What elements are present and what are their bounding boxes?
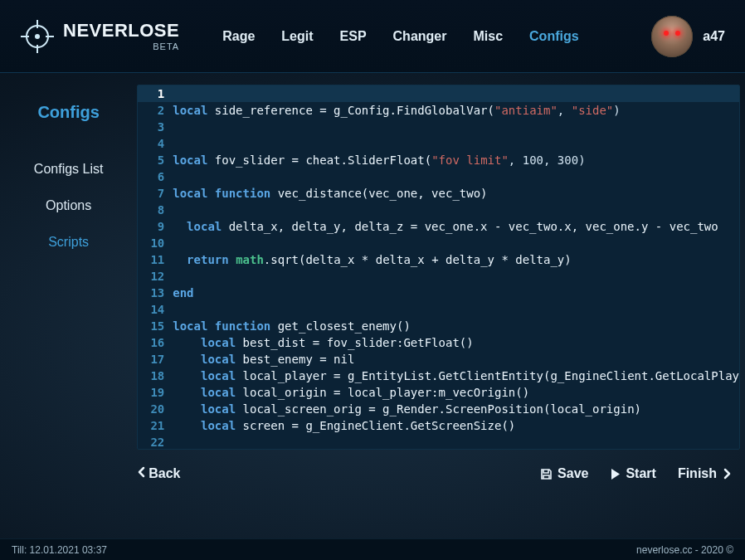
nav-item-changer[interactable]: Changer — [390, 24, 450, 49]
code-content: local best_enemy = nil — [173, 351, 739, 368]
line-number: 20 — [138, 401, 173, 417]
code-line[interactable]: 9 local delta_x, delta_y, delta_z = vec_… — [138, 218, 739, 235]
crosshair-icon — [20, 19, 55, 54]
line-number: 10 — [138, 235, 173, 251]
code-line[interactable]: 16 local best_dist = fov_slider:GetFloat… — [138, 334, 739, 351]
code-line[interactable]: 7local function vec_distance(vec_one, ve… — [138, 185, 739, 202]
header: NEVERLOSE BETA RageLegitESPChangerMiscCo… — [0, 0, 745, 73]
code-line[interactable]: 22 — [138, 434, 739, 450]
code-line[interactable]: 5local fov_slider = cheat.SliderFloat("f… — [138, 152, 739, 168]
finish-label: Finish — [678, 466, 717, 481]
brand-name: NEVERLOSE — [63, 22, 179, 40]
code-line[interactable]: 21 local screen = g_EngineClient.GetScre… — [138, 417, 739, 434]
code-editor[interactable]: 12local side_reference = g_Config.FindGl… — [137, 85, 740, 450]
nav-item-esp[interactable]: ESP — [337, 24, 370, 49]
code-content: local local_player = g_EntityList.GetCli… — [173, 368, 739, 384]
sidebar-item-options[interactable]: Options — [44, 195, 93, 217]
logo: NEVERLOSE BETA — [20, 19, 179, 54]
brand-sub: BETA — [153, 42, 179, 51]
code-content: local screen = g_EngineClient.GetScreenS… — [173, 417, 739, 434]
main: 12local side_reference = g_Config.FindGl… — [137, 85, 740, 538]
nav-item-legit[interactable]: Legit — [278, 24, 316, 49]
finish-button[interactable]: Finish — [678, 466, 732, 481]
code-content — [173, 168, 739, 185]
save-button[interactable]: Save — [540, 466, 588, 481]
code-line[interactable]: 18 local local_player = g_EntityList.Get… — [138, 368, 739, 384]
code-line[interactable]: 4 — [138, 135, 739, 152]
code-content — [173, 85, 739, 102]
code-line[interactable]: 19 local local_origin = local_player:m_v… — [138, 384, 739, 401]
line-number: 9 — [138, 218, 173, 235]
line-number: 7 — [138, 185, 173, 202]
code-content — [173, 434, 739, 450]
line-number: 8 — [138, 202, 173, 218]
nav-item-misc[interactable]: Misc — [470, 24, 506, 49]
line-number: 18 — [138, 368, 173, 384]
user-block[interactable]: a47 — [651, 16, 725, 57]
line-number: 16 — [138, 334, 173, 351]
code-content — [173, 135, 739, 152]
chevron-right-icon — [722, 468, 732, 480]
code-content: local local_screen_orig = g_Render.Scree… — [173, 401, 739, 417]
line-number: 15 — [138, 318, 173, 334]
nav-item-configs[interactable]: Configs — [526, 24, 582, 49]
code-content: local best_dist = fov_slider:GetFloat() — [173, 334, 739, 351]
play-icon — [610, 468, 621, 480]
code-content: local fov_slider = cheat.SliderFloat("fo… — [173, 152, 739, 168]
code-line[interactable]: 10 — [138, 235, 739, 251]
code-line[interactable]: 20 local local_screen_orig = g_Render.Sc… — [138, 401, 739, 417]
footer-left: Till: 12.01.2021 03:37 — [12, 544, 107, 556]
line-number: 6 — [138, 168, 173, 185]
code-line[interactable]: 1 — [138, 85, 739, 102]
line-number: 4 — [138, 135, 173, 152]
line-number: 11 — [138, 251, 173, 268]
code-line[interactable]: 2local side_reference = g_Config.FindGlo… — [138, 102, 739, 119]
line-number: 21 — [138, 417, 173, 434]
line-number: 19 — [138, 384, 173, 401]
code-line[interactable]: 13end — [138, 285, 739, 301]
back-button[interactable]: Back — [137, 466, 180, 481]
line-number: 12 — [138, 268, 173, 285]
code-content: local function get_closest_enemy() — [173, 318, 739, 334]
code-content — [173, 268, 739, 285]
sidebar-item-scripts[interactable]: Scripts — [46, 231, 90, 253]
nav: RageLegitESPChangerMiscConfigs — [219, 24, 651, 49]
line-number: 13 — [138, 285, 173, 301]
action-bar: Back Save Start Finish — [137, 466, 740, 481]
code-line[interactable]: 14 — [138, 301, 739, 318]
username: a47 — [703, 29, 725, 44]
avatar[interactable] — [651, 16, 693, 57]
sidebar-item-configs-list[interactable]: Configs List — [32, 158, 105, 180]
line-number: 5 — [138, 152, 173, 168]
sidebar: Configs Configs ListOptionsScripts — [0, 85, 137, 538]
code-line[interactable]: 12 — [138, 268, 739, 285]
line-number: 14 — [138, 301, 173, 318]
code-content — [173, 235, 739, 251]
svg-point-1 — [35, 34, 40, 39]
code-line[interactable]: 3 — [138, 119, 739, 135]
nav-item-rage[interactable]: Rage — [219, 24, 258, 49]
chevron-left-icon — [137, 466, 147, 481]
start-button[interactable]: Start — [610, 466, 655, 481]
back-label: Back — [149, 466, 180, 481]
code-line[interactable]: 15local function get_closest_enemy() — [138, 318, 739, 334]
code-content: end — [173, 285, 739, 301]
code-content — [173, 202, 739, 218]
code-line[interactable]: 6 — [138, 168, 739, 185]
footer: Till: 12.01.2021 03:37 neverlose.cc - 20… — [0, 538, 745, 560]
line-number: 2 — [138, 102, 173, 119]
save-icon — [540, 468, 553, 480]
line-number: 1 — [138, 85, 173, 102]
code-line[interactable]: 11 return math.sqrt(delta_x * delta_x + … — [138, 251, 739, 268]
code-content: local side_reference = g_Config.FindGlob… — [173, 102, 739, 119]
section-title: Configs — [37, 103, 99, 122]
start-label: Start — [626, 466, 655, 481]
line-number: 17 — [138, 351, 173, 368]
code-line[interactable]: 17 local best_enemy = nil — [138, 351, 739, 368]
code-content — [173, 119, 739, 135]
save-label: Save — [558, 466, 588, 481]
line-number: 22 — [138, 434, 173, 450]
code-content: local function vec_distance(vec_one, vec… — [173, 185, 739, 202]
line-number: 3 — [138, 119, 173, 135]
code-line[interactable]: 8 — [138, 202, 739, 218]
